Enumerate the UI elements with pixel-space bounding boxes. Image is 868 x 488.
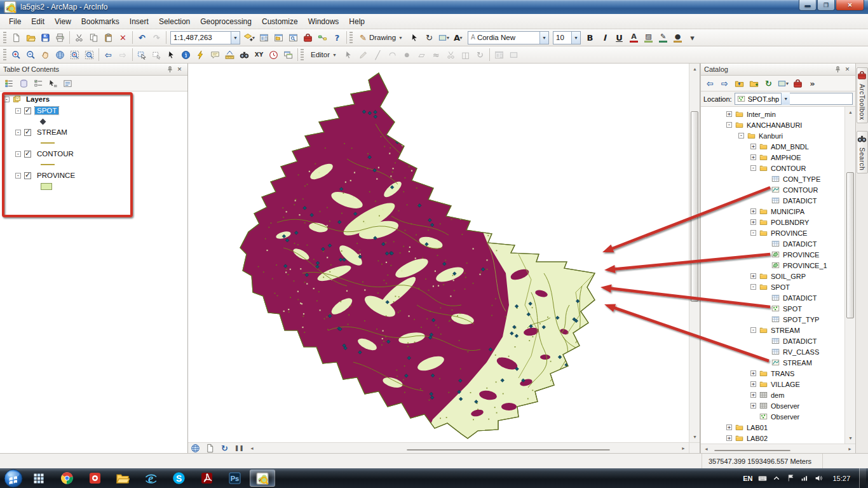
clear-selected-features[interactable]	[149, 48, 164, 62]
hyperlink-tool[interactable]	[193, 48, 208, 62]
toc-layer-CONTOUR[interactable]: -CONTOUR	[0, 148, 187, 159]
font-size-combo[interactable]: 10 ▼	[553, 31, 581, 44]
go-forward-extent[interactable]: ⇨	[116, 48, 130, 62]
pin-icon[interactable]	[165, 65, 175, 74]
chevron-down-icon[interactable]: ▼	[231, 32, 240, 44]
toc-symbol-CONTOUR[interactable]	[0, 159, 187, 170]
catalog-item-RV_CLASS[interactable]: RV_CLASS	[701, 346, 844, 357]
catalog-item-Inter_min[interactable]: +Inter_min	[701, 109, 844, 119]
catalog-vertical-scrollbar[interactable]: ▲ ▼	[844, 107, 855, 444]
drawing-shape-tool[interactable]: ▼	[437, 30, 451, 44]
data-view-button[interactable]	[188, 441, 203, 455]
save-document[interactable]	[38, 30, 53, 44]
expand-icon[interactable]: +	[750, 219, 756, 225]
editor-sketch-properties[interactable]	[506, 48, 521, 62]
catalog-item-DATADICT[interactable]: DATADICT	[701, 195, 844, 206]
minimize-button[interactable]: ▬	[799, 0, 817, 11]
network-status[interactable]	[799, 474, 810, 482]
collapse-icon[interactable]: -	[750, 284, 756, 290]
expand-icon[interactable]: +	[750, 403, 756, 409]
drawing-more-options[interactable]: ▾	[685, 30, 700, 44]
collapse-icon[interactable]: -	[15, 173, 21, 179]
collapse-icon[interactable]: -	[750, 327, 756, 333]
chevron-down-icon[interactable]: ▼	[571, 32, 580, 44]
drawing-rotate-tool[interactable]: ↻	[422, 30, 437, 44]
catalog-back[interactable]: ⇦	[703, 76, 717, 90]
keyboard-indicator[interactable]	[757, 474, 768, 483]
catalog-horizontal-scrollbar[interactable]: ◄ ►	[701, 444, 855, 453]
map-vertical-scrollbar[interactable]: ▲ ▼	[689, 64, 700, 442]
expand-icon[interactable]: +	[750, 392, 756, 398]
new-document[interactable]	[9, 30, 24, 44]
arctoolbox-window[interactable]	[301, 30, 315, 44]
editor-attributes[interactable]	[492, 48, 506, 62]
menu-edit[interactable]: Edit	[26, 15, 50, 28]
catalog-overflow[interactable]: »	[805, 76, 820, 90]
scroll-right-icon[interactable]: ►	[678, 443, 689, 454]
close-icon[interactable]: ✕	[843, 65, 852, 74]
catalog-item-PROVINCE[interactable]: PROVINCE	[701, 249, 844, 260]
catalog-item-ADM_BNDL[interactable]: +ADM_BNDL	[701, 141, 844, 152]
collapse-icon[interactable]: -	[15, 151, 21, 157]
toolbar-grip[interactable]	[301, 49, 304, 61]
expand-icon[interactable]: +	[750, 370, 756, 376]
fill-color-button[interactable]: ▨	[641, 30, 656, 44]
scroll-right-icon[interactable]: ►	[844, 444, 855, 454]
action-center-flag[interactable]	[785, 474, 796, 482]
catalog-item-PROVINCE_1[interactable]: PROVINCE_1	[701, 260, 844, 271]
zoom-out[interactable]	[24, 48, 38, 62]
editor-edit-tool[interactable]	[341, 48, 356, 62]
list-by-drawing-order[interactable]	[2, 76, 17, 90]
fixed-zoom-in[interactable]	[67, 48, 82, 62]
scroll-down-icon[interactable]: ▼	[689, 431, 700, 442]
fixed-zoom-out[interactable]	[82, 48, 97, 62]
expand-icon[interactable]: +	[750, 381, 756, 387]
italic-button[interactable]: I	[597, 30, 612, 44]
editor-edit-vertices[interactable]: ▱	[414, 48, 429, 62]
toolbar-grip[interactable]	[3, 32, 6, 44]
show-hidden-icons[interactable]	[771, 475, 782, 482]
maximize-button[interactable]: ❐	[817, 0, 835, 11]
catalog-toolbox[interactable]	[790, 76, 805, 90]
menu-windows[interactable]: Windows	[303, 15, 344, 28]
editor-cut-polygons[interactable]	[444, 48, 458, 62]
catalog-window[interactable]	[271, 30, 286, 44]
taskbar-arcmap[interactable]	[250, 470, 275, 487]
bold-button[interactable]: B	[583, 30, 597, 44]
pin-icon[interactable]	[833, 65, 843, 74]
go-back-extent[interactable]: ⇦	[101, 48, 116, 62]
taskbar-clock[interactable]: 15:27	[829, 475, 854, 482]
toc-layer-PROVINCE[interactable]: -PROVINCE	[0, 170, 187, 181]
expand-icon[interactable]: +	[750, 144, 756, 149]
layout-view-button[interactable]	[203, 441, 217, 455]
html-popup-tool[interactable]	[208, 48, 222, 62]
copy[interactable]	[86, 30, 101, 44]
taskbar-adobe-acrobat[interactable]	[194, 470, 219, 487]
taskbar-media-player[interactable]	[82, 470, 107, 487]
menu-insert[interactable]: Insert	[125, 15, 154, 28]
taskbar-internet-explorer[interactable]: e	[138, 470, 163, 487]
scroll-up-icon[interactable]: ▲	[845, 107, 855, 118]
docked-tab-search[interactable]: Search	[857, 131, 868, 173]
menu-bookmarks[interactable]: Bookmarks	[76, 15, 125, 28]
map-canvas[interactable]	[188, 64, 689, 442]
toolbar-grip[interactable]	[349, 32, 353, 44]
delete[interactable]: ✕	[116, 30, 130, 44]
catalog-item-Kanburi[interactable]: -Kanburi	[701, 130, 844, 141]
add-data[interactable]: ▼	[242, 30, 257, 44]
collapse-icon[interactable]: -	[750, 165, 756, 171]
identify-tool[interactable]	[179, 48, 193, 62]
editor-trace-tool[interactable]	[356, 48, 370, 62]
editor-straight-segment[interactable]: ╱	[370, 48, 385, 62]
open-document[interactable]	[24, 30, 38, 44]
expand-icon[interactable]: +	[750, 154, 756, 160]
catalog-item-Observer[interactable]: +Observer	[701, 400, 844, 411]
taskbar-adobe-photoshop[interactable]: Ps	[222, 470, 247, 487]
map-horizontal-scrollbar[interactable]: ↻❚❚ ◄ ►	[188, 442, 689, 453]
close-icon[interactable]: ✕	[175, 65, 184, 74]
taskbar-skype[interactable]: S	[166, 470, 191, 487]
table-of-contents-window[interactable]	[257, 30, 271, 44]
list-by-source[interactable]	[17, 76, 31, 90]
zoom-in[interactable]	[9, 48, 24, 62]
taskbar-google-chrome[interactable]	[54, 470, 79, 487]
